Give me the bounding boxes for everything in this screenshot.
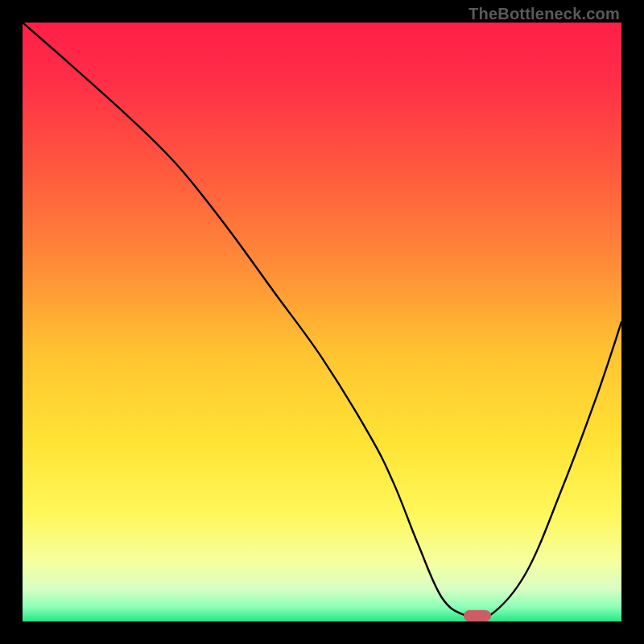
chart-frame bbox=[23, 23, 621, 621]
watermark-text: TheBottleneck.com bbox=[469, 5, 620, 23]
svg-rect-0 bbox=[23, 23, 621, 621]
optimal-marker bbox=[464, 610, 491, 621]
chart-background bbox=[23, 23, 621, 621]
